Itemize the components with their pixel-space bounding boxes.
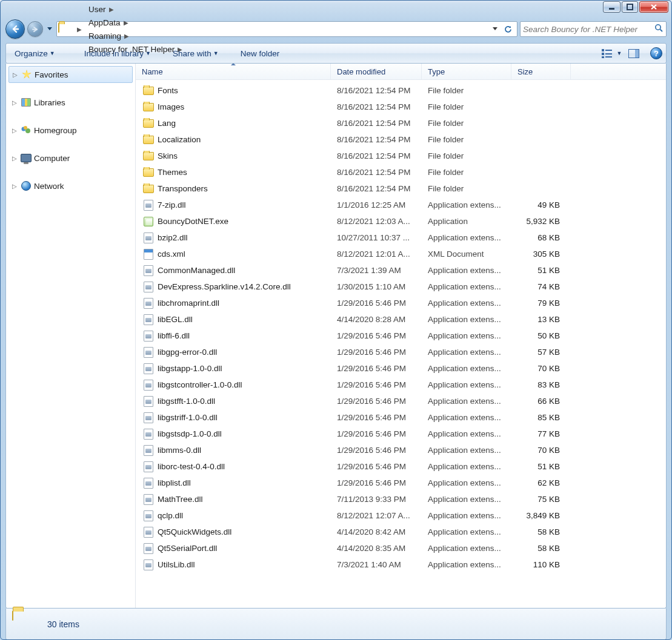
file-date: 1/29/2016 5:46 PM bbox=[331, 380, 422, 389]
file-row[interactable]: libgstapp-1.0-0.dll1/29/2016 5:46 PMAppl… bbox=[136, 360, 666, 377]
file-name: libplist.dll bbox=[158, 478, 191, 487]
expand-icon[interactable]: ▷ bbox=[12, 71, 19, 78]
file-row[interactable]: Qt5QuickWidgets.dll4/14/2020 8:42 AMAppl… bbox=[136, 524, 666, 540]
file-size: 70 KB bbox=[511, 446, 571, 455]
file-row[interactable]: Skins8/16/2021 12:54 PMFile folder bbox=[136, 148, 666, 164]
share-with-menu[interactable]: Share with▼ bbox=[168, 47, 224, 61]
file-size: 50 KB bbox=[511, 331, 571, 340]
search-box[interactable] bbox=[520, 21, 667, 37]
sidebar-label: Homegroup bbox=[34, 126, 77, 135]
file-date: 8/16/2021 12:54 PM bbox=[331, 184, 422, 193]
sidebar-label: Favorites bbox=[35, 70, 68, 79]
file-type: Application extens... bbox=[422, 266, 511, 275]
include-library-menu[interactable]: Include in library▼ bbox=[79, 47, 156, 61]
nav-history-dropdown[interactable] bbox=[45, 23, 54, 35]
folder-icon bbox=[143, 167, 154, 178]
file-row[interactable]: libgstsdp-1.0-0.dll1/29/2016 5:46 PMAppl… bbox=[136, 426, 666, 442]
file-row[interactable]: UtilsLib.dll7/3/2021 1:40 AMApplication … bbox=[136, 556, 666, 573]
expand-icon[interactable]: ▷ bbox=[11, 99, 18, 106]
file-type: Application extens... bbox=[422, 544, 511, 553]
breadcrumb-segment[interactable]: User▶ bbox=[85, 2, 185, 16]
file-size: 62 KB bbox=[511, 478, 571, 487]
column-header-size[interactable]: Size bbox=[511, 64, 571, 79]
file-row[interactable]: CommonManaged.dll7/3/2021 1:39 AMApplica… bbox=[136, 262, 666, 279]
minimize-button[interactable] bbox=[603, 1, 620, 13]
navigation-row: ▶ User▶AppData▶Roaming▶Bouncy for .NET H… bbox=[5, 19, 667, 39]
file-row[interactable]: BouncyDotNET.exe8/12/2021 12:03 A...Appl… bbox=[136, 213, 666, 229]
dll-icon bbox=[143, 380, 154, 391]
file-row[interactable]: libplist.dll1/29/2016 5:46 PMApplication… bbox=[136, 475, 666, 491]
file-row[interactable]: libEGL.dll4/14/2020 8:28 AMApplication e… bbox=[136, 311, 666, 328]
file-row[interactable]: libgstcontroller-1.0-0.dll1/29/2016 5:46… bbox=[136, 377, 666, 393]
file-size: 58 KB bbox=[511, 544, 571, 553]
address-bar[interactable]: ▶ User▶AppData▶Roaming▶Bouncy for .NET H… bbox=[56, 21, 517, 37]
item-count: 30 items bbox=[47, 619, 79, 629]
file-row[interactable]: Lang8/16/2021 12:54 PMFile folder bbox=[136, 115, 666, 131]
file-date: 1/30/2015 1:10 AM bbox=[331, 282, 422, 291]
sidebar-item-computer[interactable]: ▷ Computer bbox=[6, 150, 135, 167]
file-row[interactable]: libgstfft-1.0-0.dll1/29/2016 5:46 PMAppl… bbox=[136, 393, 666, 409]
file-row[interactable]: libmms-0.dll1/29/2016 5:46 PMApplication… bbox=[136, 442, 666, 458]
file-name: Skins bbox=[158, 151, 178, 160]
file-row[interactable]: qclp.dll8/12/2021 12:07 A...Application … bbox=[136, 507, 666, 524]
new-folder-button[interactable]: New folder bbox=[236, 47, 285, 61]
help-button[interactable]: ? bbox=[650, 47, 662, 59]
sidebar-item-network[interactable]: ▷ Network bbox=[6, 177, 135, 194]
dll-icon bbox=[143, 298, 154, 309]
file-row[interactable]: Transponders8/16/2021 12:54 PMFile folde… bbox=[136, 180, 666, 197]
close-button[interactable] bbox=[639, 1, 668, 13]
sidebar-item-libraries[interactable]: ▷ Libraries bbox=[6, 94, 135, 111]
organize-menu[interactable]: Organize▼ bbox=[10, 47, 60, 61]
sidebar-item-favorites[interactable]: ▷ Favorites bbox=[8, 66, 133, 83]
preview-pane-button[interactable] bbox=[626, 46, 642, 61]
file-row[interactable]: libchromaprint.dll1/29/2016 5:46 PMAppli… bbox=[136, 295, 666, 311]
file-type: Application extens... bbox=[422, 446, 511, 455]
file-type: File folder bbox=[422, 102, 511, 111]
column-header-type[interactable]: Type bbox=[422, 64, 511, 79]
file-row[interactable]: DevExpress.Sparkline.v14.2.Core.dll1/30/… bbox=[136, 279, 666, 295]
maximize-button[interactable] bbox=[622, 1, 638, 13]
search-icon bbox=[654, 24, 664, 35]
file-name: libEGL.dll bbox=[158, 315, 193, 324]
sidebar-item-homegroup[interactable]: ▷ Homegroup bbox=[6, 122, 135, 139]
view-mode-button[interactable] bbox=[599, 46, 615, 61]
file-row[interactable]: liborc-test-0.4-0.dll1/29/2016 5:46 PMAp… bbox=[136, 458, 666, 475]
file-name: libmms-0.dll bbox=[158, 446, 201, 455]
column-header-date[interactable]: Date modified bbox=[331, 64, 422, 79]
file-row[interactable]: Themes8/16/2021 12:54 PMFile folder bbox=[136, 164, 666, 180]
file-row[interactable]: libffi-6.dll1/29/2016 5:46 PMApplication… bbox=[136, 328, 666, 344]
file-row[interactable]: Qt5SerialPort.dll4/14/2020 8:35 AMApplic… bbox=[136, 540, 666, 556]
expand-icon[interactable]: ▷ bbox=[11, 183, 18, 190]
back-button[interactable] bbox=[5, 19, 25, 39]
file-row[interactable]: MathTree.dll7/11/2013 9:33 PMApplication… bbox=[136, 491, 666, 507]
folder-icon bbox=[143, 118, 154, 129]
refresh-button[interactable] bbox=[501, 23, 514, 35]
expand-icon[interactable]: ▷ bbox=[11, 127, 18, 134]
file-row[interactable]: cds.xml8/12/2021 12:01 A...XML Document3… bbox=[136, 246, 666, 262]
file-date: 1/29/2016 5:46 PM bbox=[331, 331, 422, 340]
breadcrumb-segment[interactable]: Roaming▶ bbox=[85, 29, 185, 42]
file-name: Lang bbox=[158, 119, 176, 128]
column-label: Name bbox=[142, 67, 163, 76]
file-row[interactable]: 7-zip.dll1/1/2016 12:25 AMApplication ex… bbox=[136, 197, 666, 213]
dll-icon bbox=[143, 461, 154, 472]
forward-button[interactable] bbox=[27, 21, 43, 37]
file-row[interactable]: bzip2.dll10/27/2011 10:37 ...Application… bbox=[136, 229, 666, 246]
file-name: DevExpress.Sparkline.v14.2.Core.dll bbox=[158, 282, 291, 291]
address-dropdown[interactable] bbox=[490, 23, 500, 35]
dll-icon bbox=[143, 412, 154, 423]
search-input[interactable] bbox=[523, 25, 654, 34]
view-mode-dropdown[interactable]: ▼ bbox=[615, 46, 624, 61]
column-header-name[interactable]: Name bbox=[136, 64, 331, 79]
file-row[interactable]: Localization8/16/2021 12:54 PMFile folde… bbox=[136, 131, 666, 148]
file-row[interactable]: libgstriff-1.0-0.dll1/29/2016 5:46 PMApp… bbox=[136, 409, 666, 426]
file-row[interactable]: libgpg-error-0.dll1/29/2016 5:46 PMAppli… bbox=[136, 344, 666, 360]
breadcrumb-segment[interactable]: AppData▶ bbox=[85, 16, 185, 29]
expand-icon[interactable]: ▷ bbox=[11, 155, 18, 162]
file-row[interactable]: Images8/16/2021 12:54 PMFile folder bbox=[136, 99, 666, 115]
breadcrumb-root-chevron[interactable]: ▶ bbox=[70, 22, 85, 36]
file-row[interactable]: Fonts8/16/2021 12:54 PMFile folder bbox=[136, 82, 666, 99]
file-name: libgstsdp-1.0-0.dll bbox=[158, 429, 222, 438]
file-name: cds.xml bbox=[158, 249, 185, 259]
dll-icon bbox=[143, 347, 154, 358]
